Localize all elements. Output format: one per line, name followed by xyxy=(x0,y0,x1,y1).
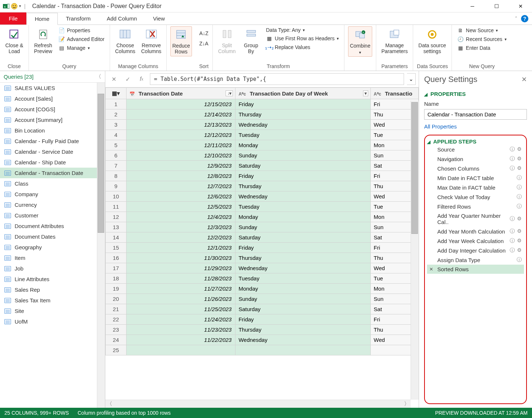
info-icon[interactable]: ⓘ xyxy=(510,156,515,162)
cell-day-of-week[interactable]: Monday xyxy=(235,284,371,294)
row-number[interactable]: 8 xyxy=(106,171,127,181)
query-item[interactable]: Company xyxy=(0,189,105,199)
query-item[interactable]: Customer xyxy=(0,210,105,221)
first-row-headers-button[interactable]: ▦ Use First Row as Headers ▾ xyxy=(265,34,340,42)
cell-day-of-week[interactable]: Thursday xyxy=(235,181,371,191)
cell-day-of-week[interactable]: Sunday xyxy=(235,222,371,232)
table-row[interactable]: 212/14/2023ThursdayThu xyxy=(106,109,419,120)
gear-icon[interactable]: ⚙ xyxy=(517,165,522,172)
grid-vertical-scrollbar[interactable] xyxy=(411,101,419,400)
choose-columns-button[interactable]: Choose Columns xyxy=(114,26,137,56)
info-icon[interactable]: ⓘ xyxy=(517,175,522,181)
table-row[interactable]: 2011/26/2023SundaySun xyxy=(106,294,419,304)
applied-step[interactable]: Filtered Rowsⓘ xyxy=(427,202,524,211)
cell-date[interactable]: 12/15/2023 xyxy=(126,99,235,109)
cell-date[interactable]: 11/24/2023 xyxy=(126,314,235,325)
cell-day-of-week[interactable]: Thursday xyxy=(235,253,371,263)
row-number[interactable]: 16 xyxy=(106,253,127,263)
info-icon[interactable]: ⓘ xyxy=(517,194,522,200)
applied-step[interactable]: Sourceⓘ⚙ xyxy=(427,145,524,154)
applied-step[interactable]: Navigationⓘ⚙ xyxy=(427,154,524,164)
applied-step[interactable]: Min Date in FACT tableⓘ xyxy=(427,173,524,183)
cell-day-of-week[interactable]: Saturday xyxy=(235,232,371,243)
cell-day-of-week[interactable]: Friday xyxy=(235,99,371,109)
table-row[interactable]: 712/9/2023SaturdaySat xyxy=(106,161,419,171)
queries-header[interactable]: Queries [23] 〈 xyxy=(0,71,105,83)
tab-home[interactable]: Home xyxy=(26,13,58,25)
cell-day-of-week[interactable]: Tuesday xyxy=(235,202,371,212)
cell-date[interactable]: 12/12/2023 xyxy=(126,130,235,140)
advanced-editor-button[interactable]: 📝 Advanced Editor xyxy=(57,35,106,43)
row-number[interactable]: 10 xyxy=(106,191,127,202)
cell-day-of-week[interactable]: Sunday xyxy=(235,150,371,161)
cell-date[interactable]: 11/27/2023 xyxy=(126,284,235,294)
cell-date[interactable]: 12/4/2023 xyxy=(126,212,235,222)
smiley-icon[interactable] xyxy=(11,3,18,10)
col-filter-2-icon[interactable]: ▾ xyxy=(363,90,368,96)
info-icon[interactable]: ⓘ xyxy=(510,238,515,244)
col-header-day-of-week[interactable]: Aᴮc Transaction Date Day of Week ▾ xyxy=(235,88,371,99)
query-item[interactable]: Bin Location xyxy=(0,125,105,136)
cell-date[interactable]: 11/25/2023 xyxy=(126,304,235,314)
row-number[interactable]: 2 xyxy=(106,109,127,120)
row-number[interactable]: 21 xyxy=(106,304,127,314)
cell-date[interactable]: 12/11/2023 xyxy=(126,140,235,150)
query-item[interactable]: Account [COGS] xyxy=(0,104,105,115)
row-number[interactable]: 24 xyxy=(106,335,127,345)
applied-step[interactable]: Add Year Month Calculationⓘ⚙ xyxy=(427,227,524,236)
table-row[interactable]: 412/12/2023TuesdayTue xyxy=(106,130,419,140)
table-row[interactable]: 112/15/2023FridayFri xyxy=(106,99,419,109)
cell-date[interactable]: 12/2/2023 xyxy=(126,232,235,243)
cell-date[interactable]: 11/29/2023 xyxy=(126,263,235,273)
tab-file[interactable]: File xyxy=(0,12,26,25)
cell-day-of-week[interactable]: Sunday xyxy=(235,294,371,304)
table-row[interactable]: 1312/3/2023SundaySun xyxy=(106,222,419,232)
row-number[interactable]: 3 xyxy=(106,120,127,130)
reduce-rows-button[interactable]: Reduce Rows xyxy=(170,26,192,56)
applied-step[interactable]: Chosen Columnsⓘ⚙ xyxy=(427,164,524,173)
query-item[interactable]: Sales Tax Item xyxy=(0,295,105,306)
cell-day-of-week[interactable]: Monday xyxy=(235,212,371,222)
cell-date[interactable]: 12/13/2023 xyxy=(126,120,235,130)
table-row[interactable]: 812/8/2023FridayFri xyxy=(106,171,419,181)
maximize-button[interactable]: ☐ xyxy=(488,1,505,12)
col-header-transaction-date[interactable]: 📅 Transaction Date ↓▾ xyxy=(126,88,235,99)
query-item[interactable]: SALES VALUES xyxy=(0,83,105,93)
query-item[interactable]: Calendar - Service Date xyxy=(0,146,105,157)
data-source-settings-button[interactable]: Data source settings xyxy=(417,26,447,56)
cell-day-of-week[interactable]: Wednesday xyxy=(235,191,371,202)
row-number[interactable]: 14 xyxy=(106,232,127,243)
query-item[interactable]: Line Attributes xyxy=(0,274,105,284)
row-number[interactable]: 1 xyxy=(106,99,127,109)
info-icon[interactable]: ⓘ xyxy=(517,257,522,263)
info-icon[interactable]: ⓘ xyxy=(510,247,515,254)
info-icon[interactable]: ⓘ xyxy=(510,165,515,172)
replace-values-button[interactable]: ₁➝₂ Replace Values xyxy=(265,43,340,51)
table-row[interactable]: 2411/22/2023WednesdayWed xyxy=(106,335,419,345)
query-item[interactable]: Calendar - Fully Paid Date xyxy=(0,136,105,146)
cell-day-of-week[interactable]: Friday xyxy=(235,314,371,325)
row-number[interactable]: 18 xyxy=(106,273,127,284)
all-properties-link[interactable]: All Properties xyxy=(424,123,527,130)
cell-date[interactable]: 12/6/2023 xyxy=(126,191,235,202)
cell-day-of-week[interactable]: Wednesday xyxy=(235,335,371,345)
row-number[interactable]: 4 xyxy=(106,130,127,140)
properties-section-header[interactable]: ◢ PROPERTIES xyxy=(424,91,527,97)
table-row[interactable]: 312/13/2023WednesdayWed xyxy=(106,120,419,130)
row-number[interactable]: 19 xyxy=(106,284,127,294)
cell-date[interactable]: 11/28/2023 xyxy=(126,273,235,284)
cell-date[interactable]: 12/10/2023 xyxy=(126,150,235,161)
hscroll-right-icon[interactable]: 〉 xyxy=(403,400,411,407)
table-row[interactable]: 1512/1/2023FridayFri xyxy=(106,243,419,253)
applied-step[interactable]: Add Day Integer Calculationⓘ⚙ xyxy=(427,246,524,255)
close-and-load-button[interactable]: Close & Load xyxy=(4,26,25,56)
cell-date[interactable]: 12/14/2023 xyxy=(126,109,235,120)
minimize-button[interactable]: ─ xyxy=(464,1,481,12)
close-window-button[interactable]: ✕ xyxy=(512,1,529,12)
row-number[interactable]: 5 xyxy=(106,140,127,150)
row-header-corner[interactable]: ▦▾ xyxy=(106,88,127,99)
queries-collapse-icon[interactable]: 〈 xyxy=(96,73,101,80)
gear-icon[interactable]: ⚙ xyxy=(517,228,522,235)
help-icon[interactable]: ? xyxy=(521,15,528,22)
table-row[interactable]: 1112/5/2023TuesdayTue xyxy=(106,202,419,212)
